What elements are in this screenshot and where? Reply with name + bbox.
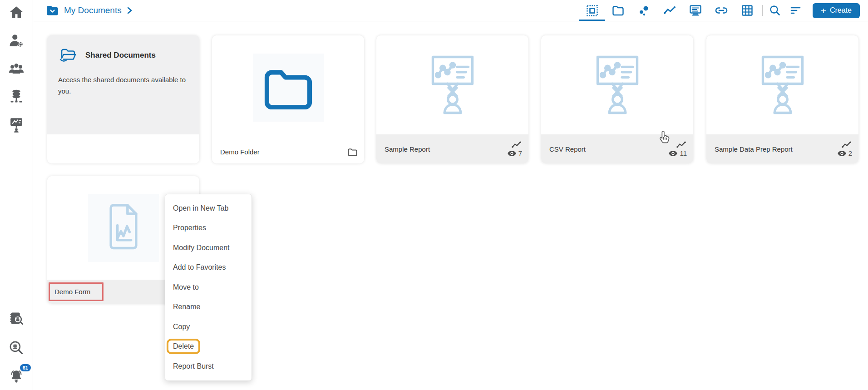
views-count: 11 xyxy=(669,149,687,157)
data-prep-report-card[interactable]: Sample Data Prep Report 2 xyxy=(706,35,858,163)
folder-dropdown-icon[interactable] xyxy=(46,5,59,17)
tab-links[interactable] xyxy=(709,0,735,21)
search-icon xyxy=(769,5,781,16)
shared-card-title: Shared Documents xyxy=(85,51,156,60)
sample-report-footer: Sample Report 7 xyxy=(376,134,528,163)
sort-icon xyxy=(790,6,802,15)
groups-button[interactable] xyxy=(7,60,25,77)
data-prep-report-footer: Sample Data Prep Report 2 xyxy=(706,134,858,163)
menu-item-copy[interactable]: Copy xyxy=(165,317,252,337)
tab-tables[interactable] xyxy=(735,0,760,21)
grid-table-icon xyxy=(741,5,753,16)
toolbar-divider xyxy=(762,5,763,16)
tab-dashboards[interactable] xyxy=(683,0,709,21)
annotation-amber-box: Delete xyxy=(167,339,200,354)
shared-card-description: Access the shared documents available to… xyxy=(58,74,188,97)
form-document-icon xyxy=(101,202,146,253)
line-chart-icon xyxy=(663,5,676,15)
shared-documents-card[interactable]: Shared Documents Access the shared docum… xyxy=(47,35,199,163)
menu-item-label: Open in New Tab xyxy=(173,204,228,212)
menu-item-move-to[interactable]: Move to xyxy=(165,277,252,297)
account-settings-button[interactable] xyxy=(7,32,25,49)
menu-item-rename[interactable]: Rename xyxy=(165,297,252,317)
menu-item-report-burst[interactable]: Report Burst xyxy=(165,356,252,376)
top-bar: My Documents xyxy=(33,0,868,21)
menu-item-add-to-favorites[interactable]: Add to Favorites xyxy=(165,258,252,278)
folder-card-footer: Demo Folder xyxy=(212,140,364,163)
folder-small-icon xyxy=(347,148,358,156)
csv-report-icon-area xyxy=(541,35,693,134)
notifications-button[interactable]: 61 xyxy=(7,367,25,385)
create-button-label: Create xyxy=(830,6,852,15)
menu-item-label: Copy xyxy=(173,323,190,331)
sort-button[interactable] xyxy=(785,0,806,21)
chevron-right-icon xyxy=(127,7,133,14)
data-prep-report-name: Sample Data Prep Report xyxy=(715,145,838,153)
csv-report-name: CSV Report xyxy=(549,145,669,153)
form-card-name: Demo Form xyxy=(54,288,90,296)
menu-item-label: Rename xyxy=(173,303,200,311)
home-button[interactable] xyxy=(7,4,25,21)
menu-item-delete[interactable]: Delete xyxy=(165,337,252,357)
presenter-board-icon xyxy=(9,117,24,133)
breadcrumb-label[interactable]: My Documents xyxy=(64,5,122,15)
views-count: 7 xyxy=(508,149,522,157)
csv-report-card[interactable]: CSV Report 11 xyxy=(541,35,693,163)
trend-icon xyxy=(511,141,522,148)
link-icon xyxy=(715,6,728,15)
menu-item-modify-document[interactable]: Modify Document xyxy=(165,238,252,258)
views-number: 7 xyxy=(518,149,522,157)
explorer-icon xyxy=(586,5,598,17)
folder-card[interactable]: Demo Folder xyxy=(212,35,364,163)
menu-item-open-in-new-tab[interactable]: Open in New Tab xyxy=(165,198,252,218)
eye-icon xyxy=(669,150,677,157)
menu-item-label: Properties xyxy=(173,224,206,232)
menu-item-label: Modify Document xyxy=(173,244,230,252)
folder-large-icon xyxy=(261,66,315,109)
people-group-icon xyxy=(8,62,25,75)
view-toolbar: + Create xyxy=(579,0,860,21)
menu-item-label: Move to xyxy=(173,283,199,291)
eye-icon xyxy=(838,150,846,157)
search-database-icon xyxy=(9,340,24,355)
views-number: 11 xyxy=(680,149,687,157)
tab-reports[interactable] xyxy=(657,0,683,21)
dashboard-icon xyxy=(689,5,702,16)
trend-icon xyxy=(841,141,852,148)
context-menu: Open in New Tab Properties Modify Docume… xyxy=(165,194,252,381)
create-button[interactable]: + Create xyxy=(813,3,860,18)
shared-folder-icon xyxy=(58,47,78,64)
catalog-search-icon xyxy=(9,311,24,328)
report-presenter-icon xyxy=(754,53,812,117)
views-number: 2 xyxy=(848,149,852,157)
tab-folders[interactable] xyxy=(605,0,631,21)
folder-card-name: Demo Folder xyxy=(220,148,347,156)
sidebar-top-group xyxy=(7,4,25,133)
plus-icon: + xyxy=(821,6,826,15)
presentations-button[interactable] xyxy=(7,116,25,133)
tab-all-views[interactable] xyxy=(579,0,605,21)
left-sidebar: 61 xyxy=(0,0,33,390)
user-gear-icon xyxy=(9,33,24,48)
report-presenter-icon xyxy=(588,53,646,117)
annotation-red-box: Demo Form xyxy=(49,282,104,301)
data-dictionary-button[interactable] xyxy=(7,311,25,328)
data-prep-icon-area xyxy=(706,35,858,134)
menu-item-label: Delete xyxy=(173,342,194,350)
documents-grid: Shared Documents Access the shared docum… xyxy=(33,21,868,390)
data-sources-button[interactable] xyxy=(7,88,25,105)
data-search-button[interactable] xyxy=(7,339,25,356)
bubbles-icon xyxy=(638,5,650,17)
folder-outline-icon xyxy=(612,5,624,16)
tab-data[interactable] xyxy=(631,0,657,21)
home-icon xyxy=(9,5,24,19)
csv-report-footer: CSV Report 11 xyxy=(541,134,693,163)
views-count: 2 xyxy=(838,149,852,157)
sample-report-card[interactable]: Sample Report 7 xyxy=(376,35,528,163)
shared-card-body: Shared Documents Access the shared docum… xyxy=(47,35,199,134)
sample-report-icon-area xyxy=(376,35,528,134)
menu-item-properties[interactable]: Properties xyxy=(165,218,252,238)
menu-item-label: Add to Favorites xyxy=(173,263,226,272)
breadcrumb[interactable]: My Documents xyxy=(46,5,133,17)
search-button[interactable] xyxy=(764,0,785,21)
